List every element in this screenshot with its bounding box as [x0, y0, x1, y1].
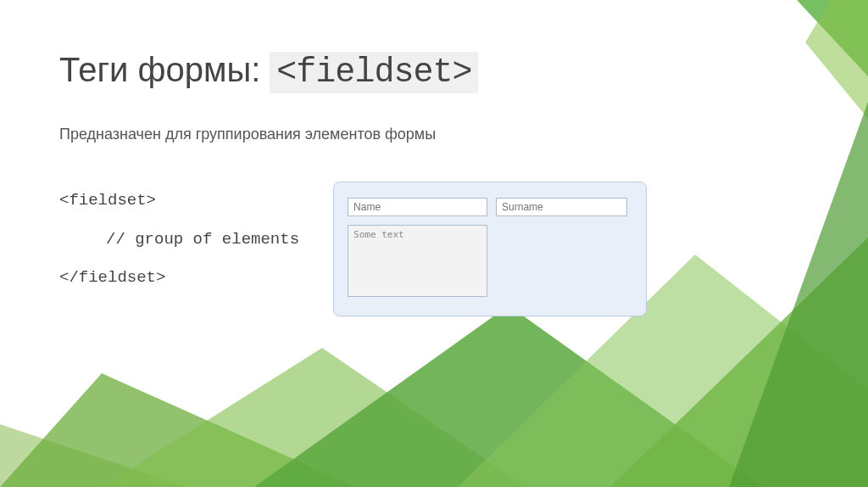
code-open-tag: <fieldset> [59, 182, 299, 221]
slide-content: Теги формы: <fieldset> Предназначен для … [0, 0, 868, 350]
title-prefix: Теги формы: [59, 51, 270, 88]
name-input[interactable] [348, 198, 487, 216]
code-body: // group of elements [59, 221, 299, 260]
slide-description: Предназначен для группирования элементов… [59, 126, 809, 143]
slide-title: Теги формы: <fieldset> [59, 51, 809, 92]
content-row: <fieldset> // group of elements </fields… [59, 182, 809, 316]
svg-marker-4 [102, 348, 526, 487]
surname-input[interactable] [496, 198, 627, 216]
title-code-tag: <fieldset> [270, 52, 478, 93]
svg-marker-3 [0, 373, 356, 487]
svg-marker-2 [0, 424, 186, 487]
demo-input-row [348, 198, 632, 216]
code-close-tag: </fieldset> [59, 259, 299, 298]
code-example: <fieldset> // group of elements </fields… [59, 182, 299, 298]
demo-textarea[interactable] [348, 225, 487, 297]
fieldset-demo [333, 182, 647, 316]
